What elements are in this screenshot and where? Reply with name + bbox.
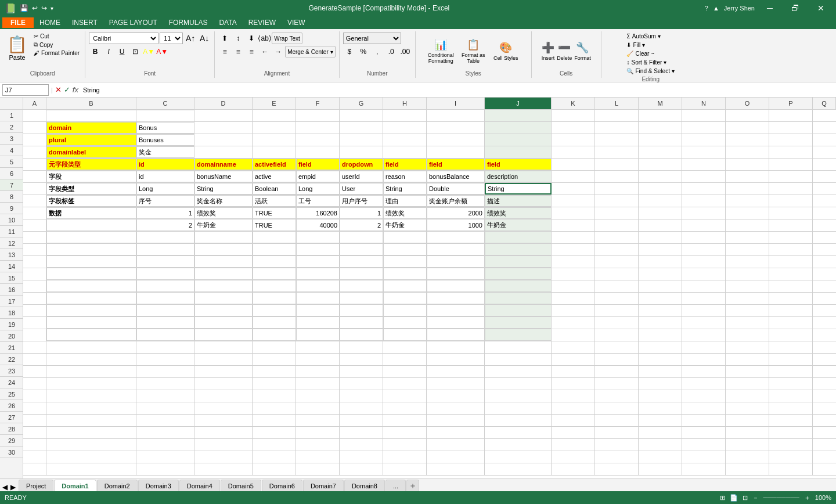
cell-O21[interactable] [726,354,769,365]
cell-J23[interactable] [485,378,552,390]
cell-M27[interactable] [639,427,682,438]
cell-H21[interactable] [383,354,427,365]
cell-O5[interactable] [726,159,769,170]
cell-B30[interactable] [46,463,136,475]
cell-P21[interactable] [769,354,813,365]
cell-E16[interactable] [253,293,296,304]
col-header-a[interactable]: A [23,98,46,109]
cell-C4[interactable]: 奖金 [136,146,194,158]
grow-font-btn[interactable]: A↑ [184,33,197,44]
italic-btn[interactable]: I [102,46,115,57]
cell-B22[interactable] [46,366,136,377]
cell-J7[interactable]: String [485,183,552,195]
cell-H27[interactable] [383,427,427,438]
cell-D24[interactable] [194,390,253,402]
cell-N13[interactable] [682,256,726,268]
cell-I23[interactable] [427,378,485,390]
cell-K19[interactable] [552,329,595,341]
cell-D7[interactable]: String [194,183,253,195]
cell-G12[interactable] [340,244,383,255]
cell-I16[interactable] [427,293,485,304]
cell-B9[interactable]: 数据 [46,207,136,219]
cell-P7[interactable] [769,183,813,195]
cell-I3[interactable] [427,134,485,146]
cell-H30[interactable] [383,463,427,475]
cell-J5[interactable]: field [485,159,552,170]
conditional-formatting-btn[interactable]: 📊 Conditional Formatting [426,38,456,64]
cell-E29[interactable] [253,451,296,463]
cell-N19[interactable] [682,329,726,341]
cell-N29[interactable] [682,451,726,463]
cell-K29[interactable] [552,451,595,463]
cell-I18[interactable] [427,317,485,329]
cell-K12[interactable] [552,244,595,255]
cell-G21[interactable] [340,354,383,365]
cell-H26[interactable] [383,415,427,426]
cell-O11[interactable] [726,232,769,243]
cell-B6[interactable]: 字段 [46,171,136,182]
cell-styles-btn[interactable]: 🎨 Cell Styles [491,41,521,61]
cell-M6[interactable] [639,171,682,182]
cell-A30[interactable] [23,463,46,475]
cell-M24[interactable] [639,390,682,402]
cell-J13[interactable] [485,256,552,268]
col-header-g[interactable]: G [340,98,383,109]
cell-D18[interactable] [194,317,253,329]
page-layout-view-btn[interactable]: 📄 [730,494,738,502]
cell-H18[interactable] [383,317,427,329]
percent-btn[interactable]: % [357,46,370,57]
cell-N2[interactable] [682,122,726,134]
col-header-q[interactable]: Q [813,98,836,109]
cell-I9[interactable]: 2000 [427,207,485,219]
cell-M8[interactable] [639,195,682,207]
cell-I17[interactable] [427,305,485,316]
cell-C12[interactable] [136,244,194,255]
cell-A9[interactable] [23,207,46,219]
cell-Q25[interactable] [813,402,836,414]
cell-L3[interactable] [595,134,639,146]
home-menu[interactable]: HOME [34,17,66,28]
cell-D30[interactable] [194,463,253,475]
cell-K6[interactable] [552,171,595,182]
cell-M10[interactable] [639,219,682,231]
sort-filter-btn[interactable]: ↕ Sort & Filter▾ [625,59,668,66]
cell-L5[interactable] [595,159,639,170]
cell-Q3[interactable] [813,134,836,146]
cell-G25[interactable] [340,402,383,414]
cell-I26[interactable] [427,415,485,426]
cell-F8[interactable]: 工号 [296,195,340,207]
cell-O15[interactable] [726,280,769,292]
cell-Q17[interactable] [813,305,836,316]
cell-I15[interactable] [427,280,485,292]
cell-P1[interactable] [769,110,813,121]
cell-M5[interactable] [639,159,682,170]
cell-H12[interactable] [383,244,427,255]
cell-L18[interactable] [595,317,639,329]
cell-G17[interactable] [340,305,383,316]
cell-B1[interactable] [46,110,136,121]
cell-C17[interactable] [136,305,194,316]
cell-H13[interactable] [383,256,427,268]
cell-I24[interactable] [427,390,485,402]
cell-E28[interactable] [253,439,296,451]
tab-domain2[interactable]: Domain2 [97,480,138,491]
row-num-28[interactable]: 28 [0,423,23,435]
cell-H19[interactable] [383,329,427,341]
cell-L30[interactable] [595,463,639,475]
row-num-25[interactable]: 25 [0,388,23,400]
merge-center-btn[interactable]: Merge & Center▾ [285,46,336,57]
cell-E3[interactable] [253,134,296,146]
restore-btn[interactable]: 🗗 [785,0,806,16]
cell-N26[interactable] [682,415,726,426]
cell-I11[interactable] [427,232,485,243]
cell-F27[interactable] [296,427,340,438]
cell-O28[interactable] [726,439,769,451]
cell-A27[interactable] [23,427,46,438]
autosum-btn[interactable]: Σ AutoSum▾ [625,33,662,40]
cell-M12[interactable] [639,244,682,255]
cell-O3[interactable] [726,134,769,146]
find-select-btn[interactable]: 🔍 Find & Select▾ [625,67,676,75]
number-format-select[interactable]: General [343,33,401,44]
increase-decimal-btn[interactable]: .00 [399,46,412,57]
cell-K21[interactable] [552,354,595,365]
